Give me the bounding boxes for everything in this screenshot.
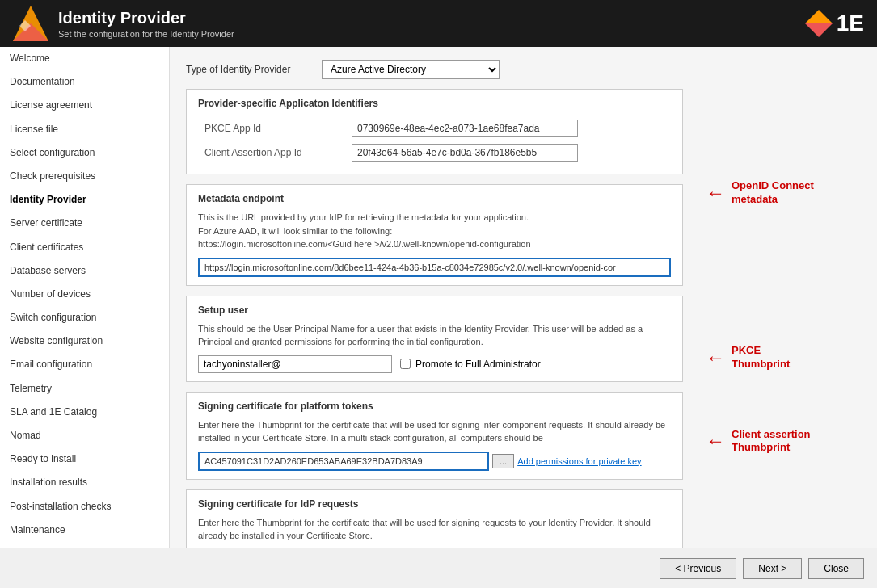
sidebar-item-nomad[interactable]: Nomad (0, 424, 169, 447)
identifiers-table: PKCE App Id Client Assertion App Id (198, 116, 671, 166)
metadata-section: Metadata endpoint This is the URL provid… (186, 184, 683, 286)
sidebar-item-post-installation-checks[interactable]: Post-installation checks (0, 495, 169, 519)
sidebar-item-installation-results[interactable]: Installation results (0, 471, 169, 494)
pkce-annotation: ← PKCE Thumbprint (706, 344, 871, 372)
pkce-app-id-input[interactable] (352, 120, 578, 137)
pkce-thumbprint-row: ... Add permissions for private key (198, 452, 671, 471)
promote-checkbox[interactable] (400, 359, 411, 369)
sidebar-item-client-certificates[interactable]: Client certificates (0, 236, 169, 259)
previous-button[interactable]: < Previous (660, 558, 736, 579)
openid-annotation-text: OpenID Connect metadata (732, 179, 814, 207)
signing-cert-idp-section: Signing certificate for IdP requests Ent… (186, 489, 683, 548)
sidebar-item-number-of-devices[interactable]: Number of devices (0, 283, 169, 306)
provider-identifiers-title: Provider-specific Applicaton Identifiers (198, 98, 671, 109)
sidebar-item-website-configuration[interactable]: Website configuration (0, 330, 169, 353)
metadata-description: This is the URL provided by your IdP for… (198, 211, 671, 251)
idp-type-row: Type of Identity Provider Azure Active D… (186, 60, 683, 79)
sidebar-item-switch-configuration[interactable]: Switch configuration (0, 306, 169, 330)
promote-checkbox-row: Promote to Full Administrator (400, 359, 541, 370)
client-assertion-app-id-input[interactable] (352, 144, 578, 162)
client-assertion-annotation: ← Client assertion Thumbprint (706, 428, 871, 456)
header: Identity Provider Set the configuration … (0, 0, 877, 47)
setup-user-input[interactable] (198, 355, 392, 373)
metadata-title: Metadata endpoint (198, 193, 671, 204)
sidebar-item-telemetry[interactable]: Telemetry (0, 377, 169, 401)
pkce-add-permissions-link[interactable]: Add permissions for private key (517, 456, 641, 466)
sidebar-item-email-configuration[interactable]: Email configuration (0, 353, 169, 376)
sidebar-item-license-agreement[interactable]: License agreement (0, 94, 169, 117)
sidebar-item-identity-provider[interactable]: Identity Provider (0, 188, 169, 212)
main-content: Type of Identity Provider Azure Active D… (170, 47, 699, 548)
sidebar-item-welcome[interactable]: Welcome (0, 47, 169, 70)
client-arrow: ← (706, 431, 725, 451)
openid-annotation: ← OpenID Connect metadata (706, 179, 871, 207)
sidebar-item-sla-catalog[interactable]: SLA and 1E Catalog (0, 401, 169, 424)
sidebar: Welcome Documentation License agreement … (0, 47, 170, 548)
sidebar-item-license-file[interactable]: License file (0, 118, 169, 141)
page-title: Identity Provider (58, 9, 234, 27)
brand-logo: 1E (809, 10, 864, 36)
app-logo (13, 6, 48, 41)
pkce-thumbprint-input[interactable] (198, 452, 489, 471)
sidebar-item-database-servers[interactable]: Database servers (0, 259, 169, 283)
setup-user-description: This should be the User Principal Name f… (198, 322, 671, 349)
setup-user-row: Promote to Full Administrator (198, 355, 671, 373)
client-annotation-text: Client assertion Thumbprint (732, 428, 811, 456)
pkce-label: PKCE App Id (200, 117, 345, 140)
pkce-arrow: ← (706, 348, 725, 368)
setup-user-title: Setup user (198, 304, 671, 316)
signing-cert-idp-title: Signing certificate for IdP requests (198, 498, 671, 510)
provider-identifiers-section: Provider-specific Applicaton Identifiers… (186, 89, 683, 174)
page-subtitle: Set the configuration for the Identity P… (58, 29, 234, 39)
signing-cert-platform-section: Signing certificate for platform tokens … (186, 392, 683, 480)
client-assertion-label: Client Assertion App Id (200, 141, 345, 164)
pkce-browse-button[interactable]: ... (492, 454, 514, 468)
signing-cert-idp-desc: Enter here the Thumbprint for the certif… (198, 516, 671, 543)
brand-diamond (805, 10, 833, 37)
promote-label: Promote to Full Administrator (415, 359, 541, 370)
table-row: PKCE App Id (200, 117, 669, 140)
idp-type-label: Type of Identity Provider (186, 64, 315, 75)
openid-arrow: ← (706, 183, 725, 203)
table-row: Client Assertion App Id (200, 141, 669, 164)
signing-cert-platform-title: Signing certificate for platform tokens (198, 401, 671, 412)
signing-cert-platform-desc: Enter here the Thumbprint for the certif… (198, 418, 671, 445)
next-button[interactable]: Next > (743, 558, 802, 579)
sidebar-item-maintenance[interactable]: Maintenance (0, 519, 169, 542)
sidebar-item-documentation[interactable]: Documentation (0, 70, 169, 94)
close-button[interactable]: Close (808, 558, 864, 579)
metadata-endpoint-input[interactable] (198, 258, 671, 277)
sidebar-item-check-prerequisites[interactable]: Check prerequisites (0, 165, 169, 188)
pkce-annotation-text: PKCE Thumbprint (732, 344, 790, 372)
footer: < Previous Next > Close (0, 548, 877, 588)
sidebar-item-ready-to-install[interactable]: Ready to install (0, 447, 169, 471)
annotations-panel: ← OpenID Connect metadata ← PKCE Thumbpr… (699, 47, 877, 548)
sidebar-item-server-certificate[interactable]: Server certificate (0, 212, 169, 235)
setup-user-section: Setup user This should be the User Princ… (186, 296, 683, 382)
sidebar-item-select-configuration[interactable]: Select configuration (0, 141, 169, 165)
idp-type-select[interactable]: Azure Active Directory (322, 60, 500, 79)
